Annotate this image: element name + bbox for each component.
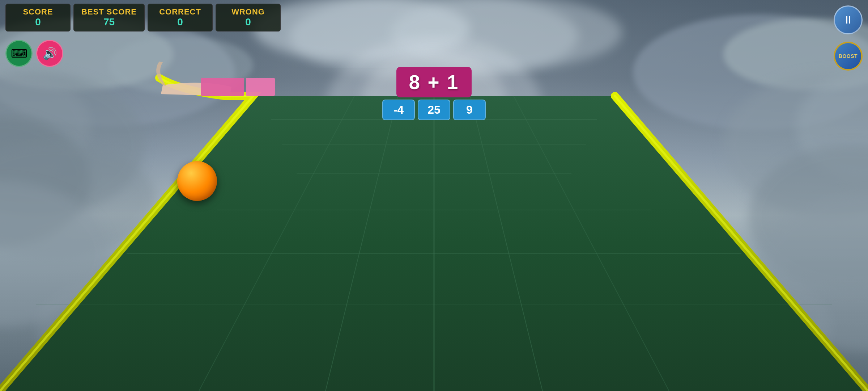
svg-rect-36 [246,78,275,96]
correct-value: 0 [156,17,205,28]
wrong-stat: WRONG 0 [216,4,281,31]
boost-button[interactable]: BOOST [834,42,863,71]
wrong-value: 0 [224,17,273,28]
sound-button[interactable]: 🔊 [36,40,63,67]
control-buttons: ⌨ 🔊 [5,40,63,67]
score-value: 0 [13,17,63,28]
keyboard-icon: ⌨ [11,47,27,60]
keyboard-button[interactable]: ⌨ [5,40,33,67]
correct-label: CORRECT [156,7,205,17]
best-score-label: BEST SCORE [81,7,137,17]
game-track [0,0,868,391]
math-question: 8 + 1 [396,67,472,97]
svg-rect-35 [201,78,244,96]
answer-button-0[interactable]: -4 [382,100,415,120]
pause-icon: ⏸ [843,14,854,26]
best-score-stat: BEST SCORE 75 [73,4,145,31]
hud-bar: SCORE 0 BEST SCORE 75 CORRECT 0 WRONG 0 [0,0,868,35]
answers-row: -4 25 9 [382,100,486,120]
score-stat: SCORE 0 [5,4,71,31]
boost-label: BOOST [839,53,858,59]
wrong-label: WRONG [224,7,273,17]
answer-button-1[interactable]: 25 [418,100,450,120]
correct-stat: CORRECT 0 [148,4,213,31]
best-score-value: 75 [81,17,137,28]
player-ball [177,161,217,201]
answer-button-2[interactable]: 9 [453,100,486,120]
sound-icon: 🔊 [43,47,57,60]
score-label: SCORE [13,7,63,17]
math-display: 8 + 1 -4 25 9 [382,67,486,120]
pause-button[interactable]: ⏸ [834,5,863,34]
